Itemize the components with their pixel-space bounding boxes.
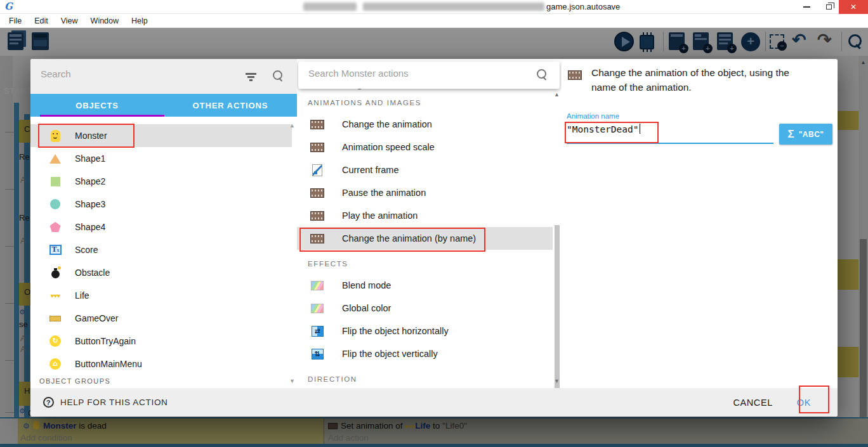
object-search-bar	[30, 59, 297, 94]
window-title: game.json.autosave	[546, 2, 620, 11]
scrollbar-thumb[interactable]	[555, 225, 560, 388]
action-label: Blend mode	[342, 280, 391, 290]
object-label: Monster	[75, 131, 107, 141]
object-label: Score	[75, 245, 98, 255]
restore-icon	[826, 4, 832, 10]
action-list-scrollbar[interactable]: ▲ ▼	[553, 89, 562, 388]
scroll-down-icon[interactable]: ▼	[289, 378, 295, 384]
restore-button[interactable]	[819, 0, 839, 14]
action-row-pause-animation[interactable]: Pause the animation	[297, 181, 553, 204]
menu-file[interactable]: File	[3, 16, 28, 25]
object-label: Shape1	[75, 153, 105, 164]
menu-edit[interactable]: Edit	[28, 16, 55, 25]
object-row-shape1[interactable]: Shape1	[30, 147, 292, 170]
tab-other-actions[interactable]: OTHER ACTIONS	[164, 94, 297, 117]
action-label: Global color	[342, 303, 391, 313]
object-row-gameover[interactable]: GameOver	[30, 307, 292, 330]
object-list: Monster Shape1 Shape2 Shape3 Shape4	[30, 124, 292, 375]
redacted-title-segment	[363, 3, 544, 11]
film-icon	[309, 188, 326, 198]
hearts-icon: ♥♥♥	[48, 292, 63, 299]
action-description-text: Change the animation of the object, usin…	[591, 65, 815, 95]
redacted-title-segment	[303, 3, 357, 11]
frame-icon	[309, 164, 326, 176]
action-row-play-animation[interactable]: Play the animation	[297, 204, 553, 227]
action-list: ANIMATIONS AND IMAGES Change the animati…	[297, 89, 553, 388]
circle-icon	[48, 199, 63, 209]
selector-tabs: OBJECTS OTHER ACTIONS	[30, 94, 297, 117]
animation-name-label: Animation name	[567, 112, 619, 120]
triangle-icon	[48, 154, 63, 164]
tab-objects[interactable]: OBJECTS	[30, 94, 164, 117]
object-row-shape4[interactable]: Shape4	[30, 216, 292, 238]
object-row-shape2[interactable]: Shape2	[30, 170, 292, 193]
action-search-bar	[298, 62, 560, 89]
menu-help[interactable]: Help	[125, 16, 154, 25]
object-row-shape3[interactable]: Shape3	[30, 193, 292, 216]
ok-button[interactable]: OK	[786, 391, 822, 414]
animation-name-field[interactable]: "MonsterDead"	[567, 124, 640, 134]
home-button-icon: ⌂	[48, 358, 63, 370]
action-search-input[interactable]	[308, 68, 518, 79]
action-row-current-frame[interactable]: Current frame	[297, 159, 553, 181]
footer-buttons: CANCEL OK	[720, 391, 838, 414]
film-icon	[309, 120, 326, 129]
action-label: Play the animation	[342, 211, 418, 221]
menu-window[interactable]: Window	[84, 16, 125, 25]
action-row-global-color[interactable]: Global color	[297, 297, 553, 320]
object-row-buttontryagain[interactable]: ↻ ButtonTryAgain	[30, 330, 292, 353]
object-row-buttonmainmenu[interactable]: ⌂ ButtonMainMenu	[30, 353, 292, 375]
action-row-change-animation[interactable]: Change the animation	[297, 113, 553, 136]
flip-vertical-icon: ⇅	[309, 349, 326, 360]
search-icon[interactable]	[273, 70, 284, 82]
expression-editor-button[interactable]: Σ "ABC"	[779, 124, 832, 145]
square-icon	[48, 177, 63, 186]
action-row-change-animation-by-name[interactable]: Change the animation (by name)	[297, 227, 553, 250]
filter-icon[interactable]	[246, 73, 256, 75]
object-label: Life	[75, 290, 89, 301]
monster-icon	[48, 130, 63, 142]
dialog-footer: ? HELP FOR THIS ACTION CANCEL OK	[30, 388, 838, 417]
flip-horizontal-icon: ⇄	[309, 326, 326, 337]
action-label: Change the animation (by name)	[342, 233, 476, 243]
object-row-obstacle[interactable]: Obstacle	[30, 261, 292, 284]
action-label: Animation speed scale	[342, 142, 435, 152]
action-description: Change the animation of the object, usin…	[568, 65, 827, 95]
minimize-button[interactable]	[794, 0, 819, 14]
text-caret	[640, 124, 641, 134]
expression-button-label: "ABC"	[799, 130, 824, 139]
help-icon: ?	[43, 397, 54, 408]
palette-icon	[309, 281, 326, 290]
action-row-flip-horizontal[interactable]: ⇄ Flip the object horizontally	[297, 320, 553, 342]
menu-bar: File Edit View Window Help	[0, 14, 868, 28]
scroll-down-icon[interactable]: ▼	[554, 378, 560, 384]
object-row-monster[interactable]: Monster	[30, 124, 292, 147]
film-icon	[309, 234, 326, 243]
object-row-score[interactable]: Score	[30, 238, 292, 261]
object-search-input[interactable]	[41, 68, 231, 79]
pentagon-icon	[48, 222, 63, 232]
bomb-icon	[48, 268, 63, 278]
scroll-up-icon[interactable]: ▲	[554, 91, 560, 98]
menu-view[interactable]: View	[55, 16, 84, 25]
retry-button-icon: ↻	[48, 335, 63, 347]
search-icon[interactable]	[537, 69, 548, 81]
action-row-animation-speed[interactable]: Animation speed scale	[297, 136, 553, 159]
cancel-button[interactable]: CANCEL	[720, 391, 785, 414]
scroll-up-icon[interactable]: ▲	[289, 122, 295, 129]
help-link[interactable]: ? HELP FOR THIS ACTION	[43, 397, 168, 408]
object-groups-header: OBJECT GROUPS	[39, 377, 110, 385]
text-object-icon	[48, 245, 63, 255]
parameters-panel: Change the animation of the object, usin…	[562, 59, 838, 388]
object-row-life[interactable]: ♥♥♥ Life	[30, 284, 292, 307]
action-row-flip-vertical[interactable]: ⇅ Flip the object vertically	[297, 342, 553, 365]
title-bar: G game.json.autosave ✕	[0, 0, 868, 14]
object-label: Obstacle	[75, 268, 110, 278]
action-label: Change the animation	[342, 119, 432, 129]
film-icon	[309, 143, 326, 152]
palette-icon	[309, 304, 326, 313]
sigma-icon: Σ	[787, 128, 794, 141]
object-label: ButtonTryAgain	[75, 336, 136, 346]
action-row-blend-mode[interactable]: Blend mode	[297, 274, 553, 297]
close-button[interactable]: ✕	[839, 0, 868, 14]
